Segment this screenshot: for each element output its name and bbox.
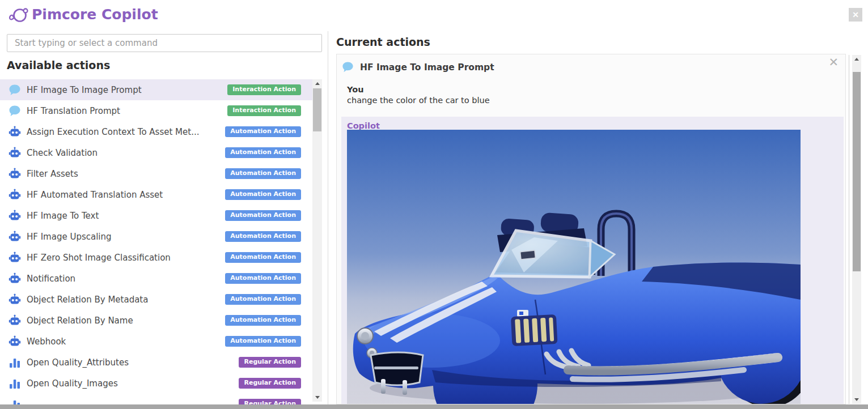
scrollbar-thumb[interactable] xyxy=(853,72,861,271)
robot-icon xyxy=(8,167,22,181)
action-list: HF Image To Image Prompt Interaction Act… xyxy=(0,79,312,404)
robot-icon xyxy=(8,230,22,244)
action-list-item[interactable]: HF Translation Prompt Interaction Action xyxy=(0,100,312,121)
action-list-item[interactable]: Check Validation Automation Action xyxy=(0,142,312,163)
robot-icon xyxy=(8,209,22,223)
action-type-badge: Automation Action xyxy=(225,294,301,305)
user-message: change the color of the car to blue xyxy=(347,96,845,105)
action-list-item[interactable]: HF Image To Image Prompt Interaction Act… xyxy=(0,79,312,100)
action-label: Assign Execution Context To Asset Met... xyxy=(27,127,199,137)
action-label: Open Quality_Images xyxy=(27,378,118,389)
action-list-item[interactable]: HF Zero Shot Image Classification Automa… xyxy=(0,247,312,268)
action-label: Filter Assets xyxy=(27,169,78,179)
action-type-badge: Automation Action xyxy=(225,315,301,326)
action-label: HF Translation Prompt xyxy=(27,106,120,116)
action-list-item[interactable]: HF Automated Translation Asset Automatio… xyxy=(0,184,312,205)
card-close-button[interactable]: ✕ xyxy=(828,57,839,69)
action-label: Open Quality_Attributes xyxy=(27,357,129,368)
bar-chart-icon xyxy=(8,356,22,369)
action-type-badge: Automation Action xyxy=(225,273,301,284)
action-label: Object Relation By Metadata xyxy=(27,295,148,305)
action-list-item[interactable]: Filter Assets Automation Action xyxy=(0,163,312,184)
action-type-badge: Regular Action xyxy=(239,357,301,368)
action-type-badge: Automation Action xyxy=(225,231,301,242)
action-type-badge: Automation Action xyxy=(225,168,301,179)
action-type-badge: Interaction Action xyxy=(227,105,301,116)
action-label: Notification xyxy=(27,274,75,284)
robot-icon xyxy=(8,314,22,327)
action-list-item[interactable]: Open Quality_Attributes Regular Action xyxy=(0,352,312,373)
robot-icon xyxy=(8,293,22,306)
action-type-badge: Regular Action xyxy=(239,378,301,389)
action-type-badge: Regular Action xyxy=(239,399,301,404)
generated-car-image xyxy=(347,130,801,404)
user-message-block: You change the color of the car to blue xyxy=(347,85,845,105)
current-actions-heading: Current actions xyxy=(336,36,430,48)
modal-header: Pimcore Copilot ✕ xyxy=(0,0,868,31)
action-label: HF Automated Translation Asset xyxy=(27,190,163,200)
scroll-up-button[interactable] xyxy=(852,55,861,63)
robot-icon xyxy=(8,251,22,265)
current-action-card: HF Image To Image Prompt ✕ You change th… xyxy=(336,54,846,404)
robot-icon xyxy=(8,125,22,139)
robot-icon xyxy=(8,188,22,202)
action-type-badge: Automation Action xyxy=(225,126,301,137)
action-list-item[interactable]: Webhook Automation Action xyxy=(0,331,312,352)
copilot-response-block: Copilot xyxy=(341,117,844,404)
action-label: Object Relation By Name xyxy=(27,316,133,326)
action-label: HF Image To Image Prompt xyxy=(27,85,142,95)
scrollbar-thumb[interactable] xyxy=(313,88,321,131)
action-type-badge: Automation Action xyxy=(225,189,301,200)
page-underlay xyxy=(0,404,868,409)
chat-bubble-icon xyxy=(8,104,22,118)
available-actions-heading: Available actions xyxy=(7,59,110,71)
action-type-badge: Automation Action xyxy=(225,147,301,158)
action-label: Check Validation xyxy=(27,148,98,158)
action-list-item[interactable]: Object Relation By Metadata Automation A… xyxy=(0,289,312,310)
action-type-badge: Automation Action xyxy=(225,210,301,221)
action-list-scrollbar[interactable] xyxy=(312,79,322,402)
scroll-down-button[interactable] xyxy=(852,395,861,404)
action-list-item[interactable]: Regular Action xyxy=(0,394,312,404)
action-label: HF Zero Shot Image Classification xyxy=(27,253,171,263)
page-title: Pimcore Copilot xyxy=(32,6,158,23)
action-label: Webhook xyxy=(27,336,66,347)
action-list-item[interactable]: Assign Execution Context To Asset Met...… xyxy=(0,121,312,142)
action-list-item[interactable]: Notification Automation Action xyxy=(0,268,312,289)
current-action-title: HF Image To Image Prompt xyxy=(360,62,494,73)
chat-bubble-icon xyxy=(8,83,22,97)
action-type-badge: Automation Action xyxy=(225,336,301,347)
bar-chart-icon xyxy=(8,377,22,390)
scroll-area-divider xyxy=(849,55,849,404)
command-search-input[interactable] xyxy=(7,34,322,52)
available-actions-panel: Available actions HF Image To Image Prom… xyxy=(0,31,328,404)
modal-close-button[interactable]: ✕ xyxy=(849,8,862,22)
scroll-up-button[interactable] xyxy=(312,79,322,88)
scroll-down-button[interactable] xyxy=(312,393,322,402)
action-type-badge: Automation Action xyxy=(225,252,301,263)
action-list-item[interactable]: Open Quality_Images Regular Action xyxy=(0,373,312,394)
current-action-card-header: HF Image To Image Prompt ✕ xyxy=(337,54,845,74)
action-label: HF Image To Text xyxy=(27,211,99,221)
robot-icon xyxy=(8,335,22,348)
robot-icon xyxy=(8,146,22,160)
action-list-item[interactable]: HF Image To Text Automation Action xyxy=(0,205,312,226)
current-actions-scrollbar[interactable] xyxy=(852,55,861,404)
action-list-item[interactable]: HF Image Upscaling Automation Action xyxy=(0,226,312,247)
action-label: HF Image Upscaling xyxy=(27,232,112,242)
bar-chart-icon xyxy=(8,398,22,405)
chat-bubble-icon xyxy=(341,61,354,74)
user-label: You xyxy=(347,85,845,94)
robot-icon xyxy=(8,272,22,286)
action-list-item[interactable]: Object Relation By Name Automation Actio… xyxy=(0,310,312,331)
action-type-badge: Interaction Action xyxy=(227,84,301,95)
copilot-label: Copilot xyxy=(347,121,844,130)
current-actions-panel: Current actions HF Image To Image Prompt… xyxy=(328,31,868,404)
pimcore-copilot-logo-icon xyxy=(7,6,31,26)
